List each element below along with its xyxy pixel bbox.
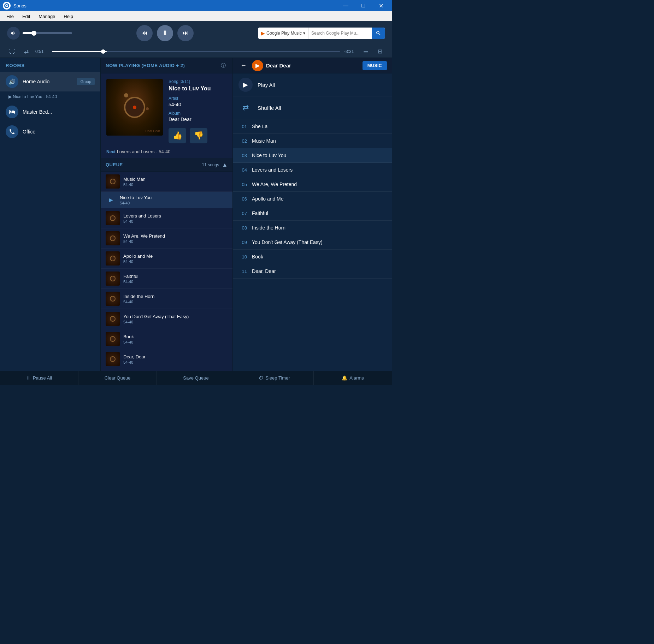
maximize-button[interactable]: □	[355, 0, 371, 11]
close-button[interactable]: ✕	[373, 0, 389, 11]
queue-track-name: Inside the Horn	[123, 294, 228, 299]
queue-item[interactable]: Book 54-40	[101, 329, 232, 349]
queue-item[interactable]: Lovers and Losers 54-40	[101, 208, 232, 228]
back-button[interactable]: ←	[238, 60, 249, 71]
track-item-09[interactable]: 09 You Don't Get Away (That Easy)	[233, 235, 392, 250]
music-panel-header: ← ▶ Dear Dear MUSIC	[233, 58, 392, 73]
queue-track-info-active: Nice to Luv You 54-40	[120, 195, 228, 205]
provider-icon: ▶	[261, 30, 265, 36]
fullscreen-button[interactable]: ⛶	[7, 47, 17, 56]
pause-all-label: Pause All	[33, 375, 52, 381]
queue-thumb	[106, 174, 120, 189]
volume-icon-button[interactable]	[7, 27, 20, 40]
search-section: ▶ Google Play Music ▾	[258, 28, 385, 39]
volume-slider[interactable]	[23, 32, 72, 34]
queue-item[interactable]: Dear, Dear 54-40	[101, 349, 232, 369]
thumbs-down-button[interactable]: 👎	[190, 128, 207, 143]
room-item-home-audio[interactable]: 🔊 Home Audio Group	[0, 72, 100, 91]
room-item-office[interactable]: Office	[0, 122, 100, 142]
np-song-title: Nice to Luv You	[169, 85, 227, 92]
minimize-button[interactable]: —	[337, 0, 354, 11]
track-item-01[interactable]: 01 She La	[233, 119, 392, 134]
queue-track-info: We Are, We Pretend 54-40	[123, 233, 228, 244]
shuffle-button[interactable]: ⇄	[21, 47, 31, 56]
save-queue-label: Save Queue	[183, 375, 208, 381]
queue-track-name: Faithful	[123, 274, 228, 279]
track-item-07[interactable]: 07 Faithful	[233, 206, 392, 221]
queue-item-active[interactable]: ▶ Nice to Luv You 54-40	[101, 192, 232, 208]
transport-controls: ⏮ ⏸ ⏭	[78, 25, 253, 41]
search-provider-selector[interactable]: ▶ Google Play Music ▾	[258, 28, 308, 39]
menu-help[interactable]: Help	[60, 12, 77, 20]
queue-item[interactable]: Faithful 54-40	[101, 269, 232, 289]
np-album-label: Album	[169, 111, 227, 116]
track-name-01: She La	[252, 124, 386, 129]
alarms-button[interactable]: 🔔 Alarms	[314, 371, 392, 385]
view-toggle-button[interactable]: ⊟	[375, 47, 385, 56]
track-item-10[interactable]: 10 Book	[233, 250, 392, 264]
track-item-04[interactable]: 04 Lovers and Losers	[233, 163, 392, 177]
search-input[interactable]	[308, 28, 372, 39]
queue-item[interactable]: You Don't Get Away (That Easy) 54-40	[101, 309, 232, 329]
shuffle-all-item[interactable]: ⇄ Shuffle All	[233, 96, 392, 119]
now-playing-title: NOW PLAYING (Home Audio + 2)	[106, 63, 185, 68]
menu-edit[interactable]: Edit	[19, 12, 34, 20]
next-button[interactable]: ⏭	[177, 25, 194, 41]
track-item-11[interactable]: 11 Dear, Dear	[233, 264, 392, 279]
queue-track-info: Dear, Dear 54-40	[123, 354, 228, 364]
queue-item[interactable]: Apollo and Me 54-40	[101, 249, 232, 269]
room-icon-home-audio: 🔊	[6, 75, 18, 88]
room-name-master-bed: Master Bed...	[23, 109, 95, 115]
prev-button[interactable]: ⏮	[136, 25, 153, 41]
track-item-03[interactable]: 03 Nice to Luv You	[233, 148, 392, 163]
queue-track-artist-active: 54-40	[120, 201, 228, 205]
queue-track-artist: 54-40	[123, 340, 228, 344]
queue-track-info: Lovers and Losers 54-40	[123, 213, 228, 223]
pause-all-button[interactable]: ⏸ Pause All	[0, 371, 78, 385]
play-all-item[interactable]: ▶ Play All	[233, 73, 392, 96]
rooms-header: ROOMS	[0, 58, 100, 72]
shuffle-all-label: Shuffle All	[258, 105, 281, 111]
equalizer-button[interactable]: ⚌	[361, 47, 371, 56]
menu-file[interactable]: File	[3, 12, 17, 20]
queue-track-name: Music Man	[123, 177, 228, 182]
np-info: Song [3/11] Nice to Luv You Artist 54-40…	[169, 79, 227, 143]
queue-track-artist: 54-40	[123, 280, 228, 284]
progress-fill	[52, 51, 107, 52]
pause-button[interactable]: ⏸	[157, 25, 173, 41]
room-name-office: Office	[23, 129, 95, 135]
menu-manage[interactable]: Manage	[35, 12, 59, 20]
thumbs-up-button[interactable]: 👍	[169, 128, 186, 143]
info-button[interactable]: ⓘ	[219, 61, 228, 70]
track-item-02[interactable]: 02 Music Man	[233, 134, 392, 148]
track-item-06[interactable]: 06 Apollo and Me	[233, 192, 392, 206]
track-item-05[interactable]: 05 We Are, We Pretend	[233, 177, 392, 192]
progress-track[interactable]	[52, 51, 340, 52]
queue-item[interactable]: Music Man 54-40	[101, 172, 232, 192]
window-controls: — □ ✕	[337, 0, 389, 11]
app-title: Sonos	[13, 3, 335, 8]
music-panel: ← ▶ Dear Dear MUSIC ▶ Play All ⇄ Shuffle…	[233, 58, 392, 371]
queue-item[interactable]: Inside the Horn 54-40	[101, 289, 232, 309]
queue-play-button[interactable]: ▶	[106, 195, 116, 205]
queue-track-name: You Don't Get Away (That Easy)	[123, 314, 228, 319]
np-artist-value: 54-40	[169, 102, 227, 107]
queue-item[interactable]: We Are, We Pretend 54-40	[101, 228, 232, 249]
sleep-timer-button[interactable]: ⏱ Sleep Timer	[235, 371, 314, 385]
save-queue-button[interactable]: Save Queue	[157, 371, 235, 385]
next-section: Next Lovers and Losers - 54-40	[101, 149, 232, 158]
clear-queue-button[interactable]: Clear Queue	[78, 371, 157, 385]
queue-collapse-button[interactable]: ▲	[222, 162, 228, 168]
bottom-bar: ⏸ Pause All Clear Queue Save Queue ⏱ Sle…	[0, 371, 392, 385]
queue-thumb	[106, 312, 120, 326]
titlebar: Sonos — □ ✕	[0, 0, 392, 11]
now-playing-mini: ▶ Nice to Luv You - 54-40	[0, 91, 100, 102]
provider-label: Google Play Music	[266, 31, 302, 36]
track-item-08[interactable]: 08 Inside the Horn	[233, 221, 392, 235]
group-button[interactable]: Group	[77, 78, 95, 85]
queue-track-info: Book 54-40	[123, 334, 228, 344]
music-tab-button[interactable]: MUSIC	[363, 61, 387, 70]
search-button[interactable]	[372, 28, 385, 39]
album-art-dot	[133, 106, 136, 109]
room-item-master-bed[interactable]: Master Bed...	[0, 102, 100, 122]
